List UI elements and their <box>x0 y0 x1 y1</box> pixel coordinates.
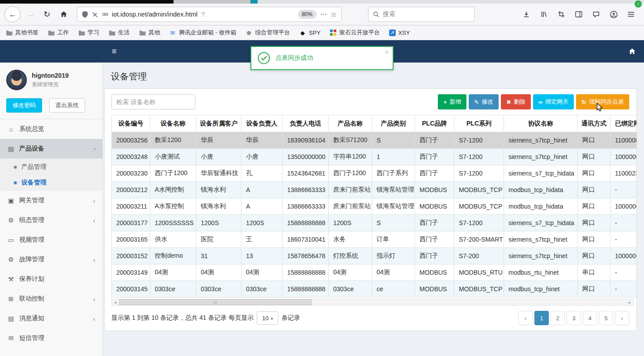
table-row[interactable]: 200003211A水泵控制镇海水利A13886663333庶来门前泵站镇海泵站… <box>112 198 637 215</box>
bookmark-item-1[interactable]: 工作 <box>47 29 69 37</box>
bookmark-item-6[interactable]: ⊕综合管理平台 <box>246 29 290 37</box>
toolbar-button-1[interactable]: ✎修改 <box>469 94 499 109</box>
table-row[interactable]: 200003212A水闸控制镇海水利A13886663333庶来门前泵站镇海泵站… <box>112 182 637 198</box>
sidebar-item-4[interactable]: ▭视频管理 <box>0 230 102 250</box>
menu-icon[interactable] <box>624 8 638 21</box>
blocked-content-icon[interactable] <box>92 11 98 18</box>
table-row[interactable]: 2000031771200SSSSSS1200S1200S15888888888… <box>112 215 637 231</box>
account-icon[interactable] <box>607 8 620 21</box>
column-header[interactable]: PLC品牌 <box>415 115 454 132</box>
alert-close-icon[interactable]: × <box>385 48 389 56</box>
column-header[interactable]: 产品类别 <box>372 115 415 132</box>
bookmark-item-3[interactable]: 生活 <box>108 29 130 37</box>
browser-home-button[interactable] <box>56 7 71 22</box>
page-button-2[interactable]: 2 <box>551 311 565 325</box>
screenshot-crop-icon[interactable] <box>555 8 568 21</box>
zoom-indicator[interactable]: 80% <box>298 10 317 19</box>
column-header[interactable]: 负责人电话 <box>283 115 329 132</box>
table-row[interactable]: 200003248小唐测试小唐小唐13500000000字符串12001西门子S… <box>112 149 637 165</box>
sidebar-toggle-icon[interactable] <box>572 8 585 21</box>
device-search-input[interactable] <box>111 94 195 109</box>
page-button-3[interactable]: 3 <box>567 311 581 325</box>
prev-page-button[interactable]: ‹ <box>518 311 533 325</box>
browser-search-box[interactable]: 搜索 <box>368 7 475 22</box>
table-row[interactable]: 2000031450303ce0303ce0303ce1588888888803… <box>112 281 637 297</box>
column-header[interactable]: 设备所属客户 <box>196 115 242 132</box>
column-header[interactable]: 通讯方式 <box>578 115 610 132</box>
scroll-right-arrow[interactable]: ▸ <box>626 299 633 305</box>
toolbar-button-3[interactable]: ∞绑定网关 <box>533 94 574 109</box>
sidebar-item-label: 网关管理 <box>19 197 44 205</box>
downloads-icon[interactable] <box>520 8 533 21</box>
table-cell: modbus_rtu_hinet <box>504 264 578 281</box>
page-button-5[interactable]: 5 <box>599 311 613 325</box>
table-cell: 15888888888 <box>283 264 329 281</box>
bookmark-item-8[interactable]: 萤石云开放平台 <box>330 29 380 37</box>
logout-button[interactable]: 退出系统 <box>49 98 85 113</box>
bookmark-item-2[interactable]: 学习 <box>78 29 99 37</box>
dots-icon <box>330 29 337 36</box>
sidebar-item-partial[interactable]: ▤ <box>0 348 102 356</box>
column-header[interactable]: PLC系列 <box>454 115 504 132</box>
toolbar-button-0[interactable]: +新增 <box>438 94 466 109</box>
sidebar-item-3[interactable]: ⚙组态管理‹ <box>0 210 102 230</box>
page-button-1[interactable]: 1 <box>534 311 549 325</box>
next-page-button[interactable]: › <box>615 311 629 325</box>
refresh-button[interactable]: ↻ <box>39 7 55 22</box>
sidebar-item-2[interactable]: ▣网关管理‹ <box>0 191 102 210</box>
bookmark-item-5[interactable]: ✉腾讯企业邮箱 - 收件箱 <box>169 29 237 37</box>
scrollbar-track[interactable]: ||| <box>119 299 626 305</box>
toolbar-button-2[interactable]: ✖删除 <box>501 94 531 109</box>
column-header[interactable]: 设备负责人 <box>242 115 283 132</box>
bookmark-item-7[interactable]: ◆SPY <box>299 29 321 36</box>
table-row[interactable]: 200003165供水医院王18607310041水务订单西门子S7-200-S… <box>112 231 637 248</box>
sidebar-item-1[interactable]: ▤产品设备‹ <box>0 139 102 159</box>
back-button[interactable]: ← <box>4 6 21 22</box>
update-badge-icon[interactable]: ↑ <box>635 0 642 8</box>
bookmark-item-0[interactable]: 其他书签 <box>5 29 38 37</box>
sidebar-item-7[interactable]: ⊞联动控制‹ <box>0 289 102 309</box>
sidebar-item-6[interactable]: ⚒保养计划 <box>0 269 102 289</box>
sidebar-item-5[interactable]: ⚙故障管理‹ <box>0 250 102 269</box>
summary-prefix: 显示第 1 到第 10 条记录，总共 41 条记录 每页显示 <box>111 314 254 322</box>
sidebar-subitem-1[interactable]: ◉设备管理 <box>0 175 102 190</box>
bookmark-item-4[interactable]: 其他 <box>139 29 160 37</box>
toolbar-button-4[interactable]: ↻强制同步点表 <box>576 94 629 109</box>
sidebar-collapse-icon[interactable]: ≡ <box>103 47 126 56</box>
column-header[interactable]: 设备编号 <box>112 115 150 132</box>
app-home-icon[interactable] <box>628 48 636 55</box>
table-row[interactable]: 200003152控制demo311315878656478灯控系统指示灯西门子… <box>112 248 637 264</box>
table-cell: 镇海水利 <box>196 198 242 215</box>
table-cell: MODBUS <box>415 264 454 281</box>
permissions-icon[interactable] <box>102 12 108 17</box>
column-header[interactable]: 设备名称 <box>150 115 196 132</box>
page-actions-icon[interactable]: ⋯ <box>320 10 327 18</box>
table-cell: 西门子 <box>415 132 454 149</box>
sidebar-subitem-0[interactable]: ◉产品管理 <box>0 159 102 175</box>
change-password-button[interactable]: 修改密码 <box>6 98 42 113</box>
sidebar-item-8[interactable]: ▤消息通知‹ <box>0 309 102 328</box>
table-row[interactable]: 200003256数采1200华辰华辰18390936104数采S71200S西… <box>112 132 637 149</box>
scroll-left-arrow[interactable]: ◂ <box>112 299 119 305</box>
column-header[interactable]: 已绑定网关 <box>610 115 637 132</box>
library-icon[interactable] <box>537 8 551 21</box>
page-size-select[interactable]: 10 ▴ <box>257 311 278 325</box>
messages-icon[interactable] <box>589 8 603 21</box>
table-cell: 200003165 <box>112 231 150 248</box>
scrollbar-thumb[interactable]: ||| <box>119 299 312 305</box>
bookmark-star-icon[interactable]: ☆ <box>330 10 337 19</box>
bookmark-item-9[interactable]: ↗XSY <box>389 29 410 36</box>
page-button-4[interactable]: 4 <box>583 311 597 325</box>
sidebar-item-9[interactable]: ✉短信管理 <box>0 328 102 348</box>
table-cell: 1200SSSSSS <box>150 215 196 231</box>
forward-button[interactable]: → <box>23 7 38 22</box>
screen: ← → ↻ iot.idosp.net/admin/index.html ? 8… <box>0 0 644 356</box>
url-text[interactable]: iot.idosp.net/admin/index.html <box>112 11 198 18</box>
table-row[interactable]: 200003230西门子1200华辰智通科技孔15243642681西门子120… <box>112 165 637 182</box>
sidebar-item-0[interactable]: ⌂系统总览 <box>0 119 102 139</box>
column-header[interactable]: 产品名称 <box>329 115 372 132</box>
table-row[interactable]: 20000314904测04测04测1588888888804测04测MODBU… <box>112 264 637 281</box>
horizontal-scrollbar[interactable]: ◂ ||| ▸ <box>111 299 634 306</box>
url-bar[interactable]: iot.idosp.net/admin/index.html ? 80% ⋯ ☆ <box>77 7 342 22</box>
column-header[interactable]: 协议名称 <box>504 115 578 132</box>
